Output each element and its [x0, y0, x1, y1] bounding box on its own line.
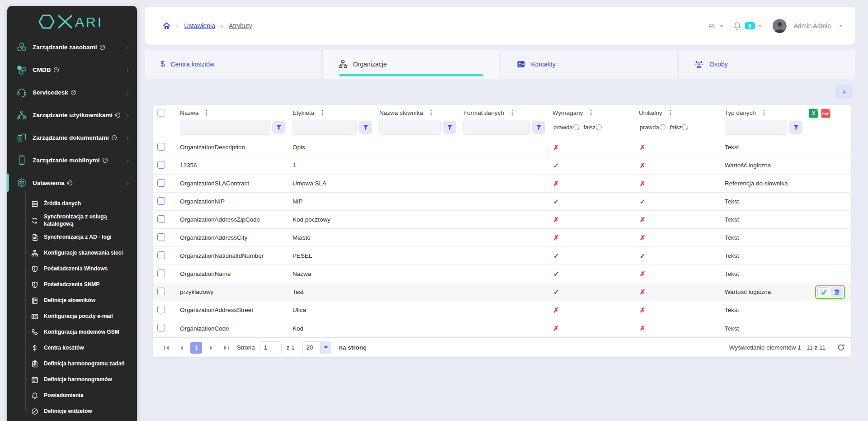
- column-menu-icon[interactable]: ⋮: [203, 109, 210, 116]
- current-page-button[interactable]: 1: [190, 342, 202, 354]
- table-row[interactable]: OrganizationNationalIdNumberPESEL✓✓Tekst: [153, 247, 851, 265]
- table-row[interactable]: OrganizationAddressCityMiasto✗✗Tekst: [153, 229, 851, 247]
- filter-input-etykieta[interactable]: [292, 120, 357, 135]
- pdf-export-icon[interactable]: PDF: [821, 109, 830, 118]
- row-checkbox[interactable]: [157, 233, 165, 241]
- row-checkbox[interactable]: [157, 251, 165, 259]
- table-row[interactable]: 123561✓✗Wartość logiczna: [153, 156, 851, 175]
- strona-label: Strona: [237, 344, 255, 351]
- sidebar-item-servicedesk[interactable]: Servicedesk›: [7, 81, 137, 104]
- sidebar-item-label: CMDB: [33, 66, 51, 73]
- sidebar-item-zarządzanie-dokumentami[interactable]: Zarządzanie dokumentami›: [7, 126, 137, 149]
- row-checkbox[interactable]: [157, 179, 165, 187]
- calendar-icon: [31, 376, 38, 383]
- contact-card-icon: [517, 60, 525, 68]
- cell-nazwa: OrganizationSLAContract: [180, 180, 292, 187]
- add-attribute-button[interactable]: +: [835, 85, 853, 99]
- cross-icon: ✗: [552, 306, 559, 314]
- table-row[interactable]: OrganizationNameNazwa✓✗Tekst: [153, 265, 851, 283]
- export-buttons: X PDF: [809, 109, 830, 118]
- excel-export-icon[interactable]: X: [809, 109, 818, 118]
- breadcrumb-atrybuty[interactable]: Atrybuty: [229, 22, 252, 29]
- filter-button[interactable]: [789, 121, 802, 134]
- cell-etykieta: Ulica: [292, 307, 379, 313]
- sidebar-item-cmdb[interactable]: CMDB›: [7, 58, 137, 81]
- sidebar-subitem-label: Definicje widżetów: [44, 408, 125, 415]
- table-row[interactable]: OrganizationAddressStreetUlica✗✗Tekst: [153, 301, 851, 319]
- breadcrumb-ustawienia[interactable]: Ustawienia: [184, 22, 215, 29]
- table-row[interactable]: OrganizationAddressZipCodeKod pocztowy✗✗…: [153, 211, 851, 229]
- tab-organizacje[interactable]: Organizacje: [323, 50, 500, 79]
- first-page-button[interactable]: [160, 342, 172, 354]
- unikalny-falsz-radio[interactable]: [682, 124, 688, 130]
- row-checkbox[interactable]: [157, 161, 165, 169]
- table-row[interactable]: OrganizationCodeKod✗✗Tekst: [153, 319, 851, 337]
- wymagany-falsz-radio[interactable]: [596, 124, 602, 130]
- filter-input-nazwa[interactable]: [180, 120, 270, 135]
- column-menu-icon[interactable]: ⋮: [428, 109, 434, 116]
- table-row[interactable]: OrganizationDescriptionOpis✗✗Tekst: [153, 138, 851, 156]
- previous-page-button[interactable]: [175, 342, 187, 354]
- tab-kontakty[interactable]: Kontakty: [501, 50, 678, 79]
- sidebar-item-ustawienia[interactable]: Ustawienia›: [7, 171, 137, 194]
- row-checkbox[interactable]: [157, 306, 165, 313]
- column-menu-icon[interactable]: ⋮: [509, 109, 515, 116]
- filter-button[interactable]: [443, 121, 456, 134]
- page-number-input[interactable]: [260, 341, 282, 354]
- unikalny-prawda-radio[interactable]: [660, 124, 665, 130]
- funnel-icon: [276, 124, 282, 130]
- column-menu-icon[interactable]: ⋮: [319, 109, 326, 116]
- last-page-button[interactable]: [220, 342, 232, 354]
- tab-osoby[interactable]: Osoby: [679, 50, 855, 79]
- edit-button[interactable]: [817, 287, 829, 297]
- table-row[interactable]: OrganizationNIPNIP✓✓Tekst: [153, 193, 851, 211]
- filter-input-typ-danych[interactable]: [725, 120, 787, 135]
- user-name[interactable]: Admin Admin: [794, 22, 831, 29]
- tab-centra-kosztow[interactable]: $ Centra kosztów: [145, 50, 321, 79]
- sidebar-item-zarządzanie-zasobami[interactable]: Zarządzanie zasobami›: [7, 36, 137, 58]
- row-checkbox[interactable]: [157, 197, 165, 205]
- sidebar-item-zarządzanie-mobilnymi[interactable]: Zarządzanie mobilnymi›: [7, 149, 137, 171]
- wymagany-prawda-radio[interactable]: [573, 124, 579, 130]
- column-menu-icon[interactable]: ⋮: [667, 109, 674, 116]
- cell-nazwa: OrganizationAddressCity: [180, 234, 292, 241]
- avatar[interactable]: [773, 19, 787, 33]
- sidebar-submenu: Źródła danychSynchronizacja z usługą kat…: [7, 196, 137, 419]
- row-checkbox[interactable]: [157, 270, 165, 277]
- sidebar-subitem-definicje-widżetów[interactable]: Definicje widżetów: [7, 403, 137, 419]
- filter-input-nazwa-slownika[interactable]: [379, 120, 441, 135]
- cell-wymagany: ✓: [552, 288, 639, 296]
- cell-etykieta: Umowa SLA: [292, 180, 379, 187]
- filter-input-format-danych[interactable]: [463, 120, 530, 135]
- row-actions-highlight: [815, 285, 845, 299]
- cross-icon: ✗: [639, 143, 646, 151]
- row-checkbox[interactable]: [157, 288, 165, 295]
- sidebar-item-zarządzanie-użytkownikami[interactable]: Zarządzanie użytkownikami›: [7, 104, 137, 126]
- column-menu-icon[interactable]: ⋮: [588, 109, 594, 116]
- cell-wymagany: ✗: [552, 324, 639, 332]
- row-checkbox[interactable]: [157, 324, 165, 331]
- select-all-checkbox[interactable]: [157, 109, 165, 117]
- row-checkbox[interactable]: [157, 143, 165, 151]
- chevron-down-icon[interactable]: [839, 25, 843, 27]
- cell-nazwa: OrganizationCode: [180, 325, 292, 332]
- refresh-icon[interactable]: [837, 344, 845, 351]
- delete-button[interactable]: [831, 287, 843, 297]
- table-body: OrganizationDescriptionOpis✗✗Tekst123561…: [153, 138, 851, 337]
- home-icon[interactable]: [163, 22, 170, 29]
- sidebar-subitem-label: Poświadczenia SNMP: [44, 281, 125, 289]
- column-menu-icon[interactable]: ⋮: [761, 109, 767, 116]
- page-size-select[interactable]: 20: [302, 341, 331, 354]
- notifications[interactable]: 0: [733, 22, 761, 30]
- table-row[interactable]: przykladowyTest✓✗Wartość logiczna: [153, 283, 851, 301]
- table-row[interactable]: OrganizationSLAContractUmowa SLA✗✗Refere…: [153, 175, 851, 193]
- row-checkbox[interactable]: [157, 215, 165, 223]
- cell-wymagany: ✗: [552, 306, 639, 314]
- breadcrumb-separator: ›: [176, 23, 178, 29]
- filter-button[interactable]: [272, 121, 285, 134]
- filter-button[interactable]: [359, 121, 372, 134]
- cell-etykieta: Opis: [292, 144, 379, 151]
- filter-button[interactable]: [532, 121, 545, 134]
- next-page-button[interactable]: [205, 342, 217, 354]
- language-selector[interactable]: PL: [709, 23, 724, 29]
